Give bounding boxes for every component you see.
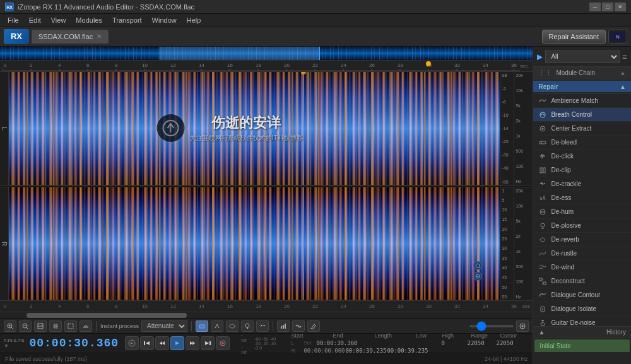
zoom-selection-button[interactable] bbox=[49, 320, 62, 332]
module-ambience-match[interactable]: Ambience Match bbox=[533, 94, 631, 108]
svg-rect-79 bbox=[54, 324, 57, 328]
prev-button[interactable] bbox=[140, 336, 154, 350]
window-title: iZotope RX 11 Advanced Audio Editor - SS… bbox=[18, 3, 194, 11]
iw-logo: N bbox=[608, 30, 627, 44]
menu-edit[interactable]: Edit bbox=[24, 15, 46, 25]
history-collapse-icon[interactable]: ▲ bbox=[538, 329, 545, 336]
module-de-wind[interactable]: De-wind bbox=[533, 261, 631, 274]
loop-button[interactable] bbox=[125, 336, 139, 350]
menu-transport[interactable]: Transport bbox=[107, 15, 147, 25]
pencil-tool[interactable] bbox=[307, 320, 320, 332]
magic-select-button[interactable] bbox=[256, 320, 269, 332]
svg-text:22: 22 bbox=[312, 303, 318, 309]
free-select-button[interactable] bbox=[211, 320, 223, 332]
module-center-extract[interactable]: Center Extract bbox=[533, 122, 631, 136]
svg-text:36: 36 bbox=[511, 62, 517, 68]
spectrogram-l[interactable]: 伤逝的安详 关注互联网与系统软件技术的IT科技博客 bbox=[9, 72, 500, 185]
rewind-button[interactable] bbox=[155, 336, 169, 350]
db-labels: -60 -50 -40 -30 -20 -10 -3 0 bbox=[254, 337, 278, 350]
module-de-clip[interactable]: De-clip bbox=[533, 163, 631, 177]
top-ruler: 0 2 4 6 8 10 12 14 bbox=[0, 61, 533, 72]
repair-collapse-icon[interactable]: ▲ bbox=[620, 83, 626, 90]
timeline-ruler: 0 2 4 6 8 10 12 14 16 18 20 22 24 26 bbox=[0, 300, 533, 312]
repair-section: Repair ▲ bbox=[533, 79, 631, 94]
hand-tool-button[interactable] bbox=[80, 320, 92, 332]
repair-label: Repair bbox=[538, 83, 558, 90]
stats-area: -Inf -Inf -60 -50 -40 -30 -20 -10 -3 0 S… bbox=[237, 332, 529, 355]
record-button[interactable] bbox=[216, 336, 230, 350]
module-de-ess[interactable]: sA De-ess bbox=[533, 191, 631, 205]
horizontal-scrollbar[interactable] bbox=[0, 312, 533, 318]
zoom-out-button[interactable] bbox=[19, 320, 32, 332]
svg-text:6: 6 bbox=[86, 303, 90, 309]
deconstruct-icon bbox=[538, 277, 547, 286]
menu-modules[interactable]: Modules bbox=[71, 15, 107, 25]
menu-help[interactable]: Help bbox=[182, 15, 206, 25]
menu-view[interactable]: View bbox=[46, 15, 71, 25]
separator-2 bbox=[191, 321, 192, 331]
zoom-fit-button[interactable] bbox=[34, 320, 47, 332]
spectrogram-tool-1[interactable] bbox=[277, 320, 290, 332]
scrollbar-thumb[interactable] bbox=[27, 313, 186, 318]
history-initial-state[interactable]: Initial State bbox=[534, 339, 630, 352]
menu-window[interactable]: Window bbox=[147, 15, 182, 25]
fast-forward-button[interactable] bbox=[186, 336, 199, 350]
module-de-crackle[interactable]: De-crackle bbox=[533, 177, 631, 191]
window-controls[interactable]: ─ □ ✕ bbox=[589, 3, 626, 11]
svg-rect-102 bbox=[540, 141, 546, 144]
r-high-val bbox=[454, 348, 480, 354]
module-breath-control[interactable]: Breath Control bbox=[533, 108, 631, 122]
module-de-click[interactable]: De-click bbox=[533, 150, 631, 163]
tab-ssdax[interactable]: SSDAX.COM.flac ✕ bbox=[32, 30, 109, 44]
zoom-reset-button[interactable] bbox=[516, 320, 529, 332]
spectrogram-r[interactable] bbox=[9, 187, 500, 301]
time-format-arrow[interactable]: ▼ bbox=[4, 343, 24, 349]
module-de-plosive[interactable]: De-plosive bbox=[533, 219, 631, 233]
module-dialogue-contour[interactable]: Dialogue Contour bbox=[533, 288, 631, 302]
repair-assistant-button[interactable]: Repair Assistant bbox=[542, 30, 606, 44]
r-start-val: 00:00:00.000 bbox=[304, 348, 341, 354]
rect-select-button[interactable] bbox=[196, 320, 208, 332]
de-bleed-label: De-bleed bbox=[551, 139, 577, 146]
close-button[interactable]: ✕ bbox=[615, 3, 626, 11]
range-val: 22050 bbox=[496, 340, 521, 346]
module-guitar-de-noise[interactable]: Guitar De-noise bbox=[533, 316, 631, 326]
svg-text:28: 28 bbox=[398, 303, 403, 309]
svg-text:8: 8 bbox=[115, 303, 118, 309]
zoom-slider[interactable] bbox=[469, 325, 514, 327]
channel-l-container: L bbox=[0, 72, 533, 185]
minimize-button[interactable]: ─ bbox=[589, 3, 601, 11]
module-dialogue-isolate[interactable]: Dialogue Isolate bbox=[533, 302, 631, 316]
module-de-hum[interactable]: De-hum bbox=[533, 205, 631, 219]
waveform-area[interactable]: L bbox=[0, 72, 533, 300]
brush-select-button[interactable] bbox=[241, 320, 254, 332]
module-de-reverb[interactable]: De-reverb bbox=[533, 233, 631, 247]
lasso-select-button[interactable] bbox=[226, 320, 239, 332]
tab-close-icon[interactable]: ✕ bbox=[97, 33, 102, 40]
module-de-rustle[interactable]: De-rustle bbox=[533, 247, 631, 261]
zoom-in-button[interactable] bbox=[4, 320, 16, 332]
module-de-bleed[interactable]: De-bleed bbox=[533, 136, 631, 150]
app-icon: RX bbox=[5, 3, 14, 11]
maximize-button[interactable]: □ bbox=[602, 3, 613, 11]
de-ess-label: De-ess bbox=[551, 194, 571, 201]
menu-options-icon[interactable]: ≡ bbox=[622, 52, 627, 62]
play-arrow-icon[interactable]: ▶ bbox=[537, 52, 543, 61]
next-button[interactable] bbox=[201, 336, 215, 350]
guitar-de-noise-label: Guitar De-noise bbox=[551, 319, 595, 326]
menu-file[interactable]: File bbox=[3, 15, 24, 25]
mini-waveform[interactable] bbox=[0, 47, 533, 61]
play-button[interactable] bbox=[170, 336, 184, 350]
attenuate-dropdown[interactable]: Attenuate bbox=[141, 320, 187, 332]
category-dropdown[interactable]: All Repair Utilities bbox=[545, 50, 619, 63]
module-deconstruct[interactable]: Deconstruct bbox=[533, 274, 631, 288]
svg-text:14: 14 bbox=[199, 62, 204, 68]
svg-text:18: 18 bbox=[256, 62, 261, 68]
l-end-val bbox=[358, 340, 396, 346]
select-tool-button[interactable] bbox=[64, 320, 77, 332]
spectrogram-tool-2[interactable] bbox=[292, 320, 305, 332]
sec-label: sec bbox=[520, 63, 530, 69]
chain-expand-icon[interactable]: ▲ bbox=[620, 69, 626, 76]
svg-text:36: 36 bbox=[511, 303, 517, 309]
svg-point-119 bbox=[541, 322, 545, 326]
